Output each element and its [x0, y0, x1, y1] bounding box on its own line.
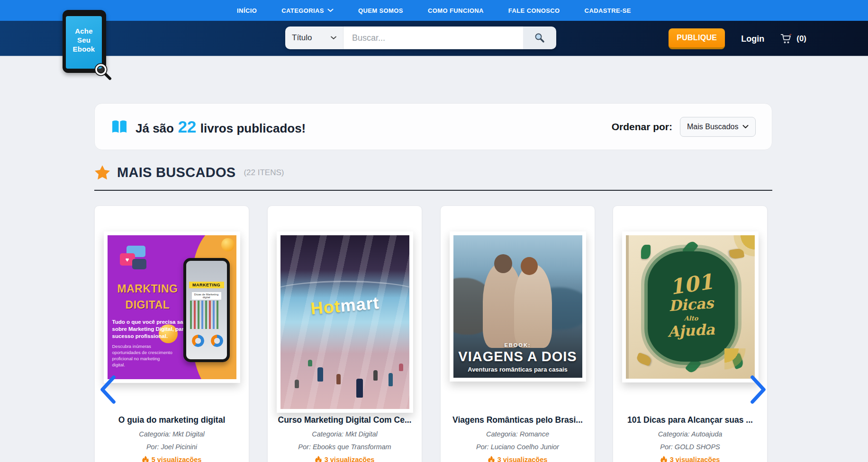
- search-icon: [534, 32, 545, 44]
- star-icon: [95, 165, 110, 180]
- logo-text-line: Ache: [75, 27, 92, 36]
- cover-heading: DIGITAL: [108, 299, 188, 311]
- flame-icon: [142, 456, 149, 462]
- top-navigation: INÍCIO CATEGORIAS QUEM SOMOS COMO FUNCIO…: [0, 0, 868, 21]
- cover-phone-screen: MARKETING Dicas de Marketing digital: [186, 261, 227, 359]
- section-heading: MAIS BUSCADOS (22 ITENS): [95, 165, 284, 180]
- book-author: Por: Luciano Coelho Junior: [447, 443, 588, 451]
- donut-chart-icon: [211, 335, 223, 347]
- section-title: MAIS BUSCADOS: [117, 165, 235, 180]
- logo-screen: Ache Seu Ebook: [66, 16, 102, 69]
- publish-button[interactable]: PUBLIQUE: [669, 28, 725, 49]
- cover-kicker: EBOOK:: [453, 342, 582, 348]
- cart-button[interactable]: (0): [780, 33, 806, 44]
- book-title[interactable]: O guia do marketing digital: [101, 415, 242, 425]
- crowd-graphic: [280, 338, 409, 409]
- chevron-down-icon: [327, 9, 334, 12]
- book-cover[interactable]: Hotmart: [277, 231, 413, 413]
- nav-fale-conosco[interactable]: FALE CONOSCO: [508, 7, 560, 14]
- cover-title-line: Dicas: [668, 294, 714, 315]
- cover-viagens-a-dois: EBOOK: VIAGENS A DOIS Aventuras romântic…: [453, 235, 582, 378]
- logo-text-line: Seu: [77, 36, 90, 44]
- cover-subtitle: Aventuras românticas para casais: [453, 366, 582, 373]
- cover-heading: MARKTING: [108, 283, 188, 295]
- book-cover[interactable]: ♥ MARKTING DIGITAL Tudo o que você preci…: [104, 231, 240, 383]
- flame-icon: [660, 456, 667, 462]
- book-views: 3 visualizações: [447, 456, 588, 462]
- book-title[interactable]: 101 Dicas para Alcançar suas ...: [620, 415, 760, 425]
- book-card[interactable]: EBOOK: VIAGENS A DOIS Aventuras romântic…: [440, 205, 595, 462]
- book-card[interactable]: ♥ MARKTING DIGITAL Tudo o que você preci…: [94, 205, 249, 462]
- emoji-icon: [221, 238, 235, 251]
- sort-select[interactable]: Mais Buscados: [680, 117, 756, 137]
- book-views: 3 visualizações: [274, 456, 415, 462]
- cover-phone-subtext: Dicas de Marketing digital: [192, 292, 221, 300]
- book-category: Categoria: Autoajuda: [620, 430, 760, 438]
- site-logo[interactable]: Ache Seu Ebook: [63, 10, 106, 73]
- sort-control: Ordenar por: Mais Buscados: [612, 117, 756, 137]
- carousel-prev-button[interactable]: [98, 374, 118, 407]
- cover-hotmart: Hotmart: [280, 235, 409, 409]
- nav-categorias[interactable]: CATEGORIAS: [281, 7, 334, 14]
- donut-chart-icon: [192, 335, 204, 347]
- cover-title-line: Alto: [684, 315, 698, 322]
- book-views: 3 visualizações: [620, 456, 760, 462]
- nav-inicio[interactable]: INÍCIO: [237, 7, 257, 14]
- leaf-ornament: [635, 352, 652, 366]
- cover-title: VIAGENS A DOIS: [453, 349, 582, 364]
- search-input[interactable]: [344, 27, 523, 49]
- book-info: Curso Marketing Digital Com Ce... Catego…: [268, 415, 422, 462]
- published-count: Já são 22 livros publicados!: [111, 117, 306, 136]
- book-cover[interactable]: EBOOK: VIAGENS A DOIS Aventuras romântic…: [450, 231, 586, 382]
- person-silhouette: [494, 254, 512, 273]
- book-info: Viagens Românticas pelo Brasi... Categor…: [441, 415, 595, 462]
- books-count: 22: [178, 117, 196, 136]
- carousel-next-button[interactable]: [748, 374, 769, 407]
- leaf-ornament: [641, 245, 651, 259]
- chevron-down-icon: [331, 36, 336, 40]
- book-author: Por: Ebooks que Transformam: [274, 443, 415, 451]
- cover-title-line: Ajuda: [667, 320, 715, 340]
- logo-phone-shape: Ache Seu Ebook: [63, 10, 106, 73]
- nav-como-funciona[interactable]: COMO FUNCIONA: [428, 7, 484, 14]
- search-button[interactable]: [523, 27, 556, 49]
- flame-icon: [315, 456, 322, 462]
- book-author: Por: GOLD SHOPS: [620, 443, 760, 451]
- page: INÍCIO CATEGORIAS QUEM SOMOS COMO FUNCIO…: [0, 0, 868, 462]
- book-cover[interactable]: 101 Dicas Alto Ajuda: [622, 231, 759, 382]
- book-author: Por: Joel Picinini: [101, 443, 242, 451]
- nav-cadastre-se[interactable]: CADASTRE-SE: [585, 7, 631, 14]
- book-title[interactable]: Viagens Românticas pelo Brasi...: [447, 415, 588, 425]
- nav-quem-somos[interactable]: QUEM SOMOS: [358, 7, 403, 14]
- cover-phone-graphic: MARKETING Dicas de Marketing digital: [183, 258, 230, 362]
- cover-text-panel: 101 Dicas Alto Ajuda: [648, 251, 735, 362]
- chevron-left-icon: [98, 374, 118, 405]
- leaf-ornament: [731, 353, 744, 369]
- cover-marketing-digital: ♥ MARKTING DIGITAL Tudo o que você preci…: [108, 235, 236, 379]
- stats-bar: Já são 22 livros publicados! Ordenar por…: [94, 103, 772, 150]
- cover-phone-label: MARKETING: [189, 282, 224, 288]
- section-item-count: (22 ITENS): [244, 168, 284, 178]
- section-divider: [94, 190, 772, 191]
- cover-title-line: 101: [668, 271, 714, 298]
- open-book-icon: [111, 120, 128, 134]
- login-link[interactable]: Login: [741, 34, 764, 44]
- cover-body-text: Descubra inúmeras oportunidades de cresc…: [112, 343, 174, 368]
- cart-count: (0): [796, 34, 806, 44]
- book-card[interactable]: 101 Dicas Alto Ajuda 101 Dicas para Alca…: [613, 205, 768, 462]
- book-category: Categoria: Mkt Digital: [274, 430, 415, 438]
- magnifier-icon: [93, 62, 112, 80]
- person-silhouette: [514, 265, 552, 348]
- book-info: O guia do marketing digital Categoria: M…: [95, 415, 249, 462]
- sort-label: Ordenar por:: [612, 121, 672, 133]
- search-filter-select[interactable]: Título: [285, 27, 344, 49]
- cart-icon: [780, 33, 793, 44]
- book-title[interactable]: Curso Marketing Digital Com Ce...: [274, 415, 415, 425]
- book-card[interactable]: Hotmart Curso Marketing Digital Com Ce..…: [267, 205, 422, 462]
- header-actions: PUBLIQUE Login (0): [669, 21, 806, 57]
- mini-chart-graphic: [190, 301, 223, 329]
- logo-text-line: Ebook: [73, 44, 95, 53]
- cover-text-block: EBOOK: VIAGENS A DOIS Aventuras romântic…: [453, 342, 582, 373]
- person-silhouette: [521, 257, 538, 275]
- chat-bubble-icon: [132, 259, 146, 269]
